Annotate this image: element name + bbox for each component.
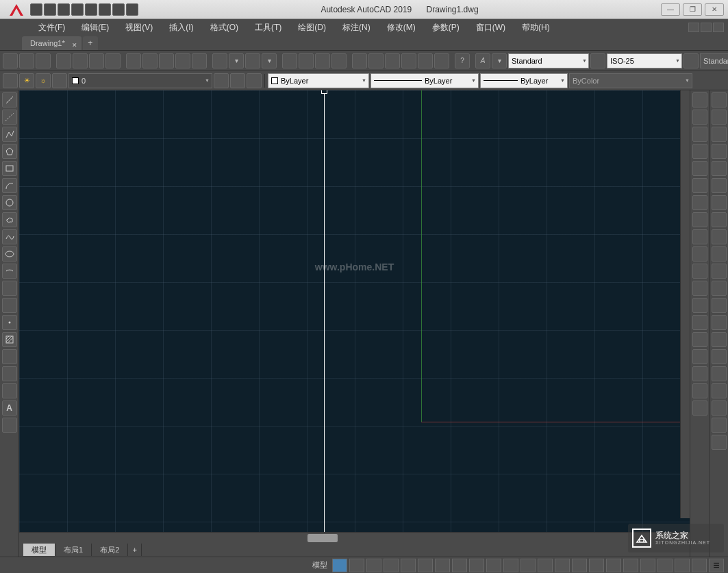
break-icon[interactable]: [692, 315, 707, 330]
ellipse-icon[interactable]: [2, 246, 17, 262]
extend-icon[interactable]: [692, 281, 707, 296]
gradient-icon[interactable]: [2, 349, 17, 364]
drawing-canvas[interactable]: www.pHome.NET: [19, 90, 690, 532]
dim-style-icon[interactable]: [712, 435, 727, 450]
revision-cloud-icon[interactable]: [2, 212, 17, 227]
menu-parametric[interactable]: 参数(P): [432, 22, 460, 34]
dim-linear-icon[interactable]: [712, 92, 727, 107]
otrack-icon[interactable]: [486, 559, 501, 572]
annotation-monitor-icon[interactable]: [640, 559, 655, 572]
qat-dropdown-icon[interactable]: [126, 3, 138, 16]
dim-update-icon[interactable]: [712, 418, 727, 433]
menu-modify[interactable]: 修改(M): [387, 22, 416, 34]
arc-icon[interactable]: [2, 178, 17, 193]
spline-icon[interactable]: [2, 229, 17, 244]
markup-icon[interactable]: [401, 53, 416, 68]
tolerance-icon[interactable]: [712, 315, 727, 330]
line-icon[interactable]: [2, 92, 17, 107]
dyn-icon[interactable]: [520, 559, 536, 572]
doc-tab-close-icon[interactable]: ✕: [72, 38, 77, 52]
table-style-box[interactable]: Standard: [700, 53, 728, 68]
workspace-icon[interactable]: [623, 559, 638, 572]
model-space-label[interactable]: 模型: [310, 560, 330, 570]
table-icon[interactable]: [2, 383, 17, 398]
mtext-icon[interactable]: A: [2, 400, 17, 416]
dim-baseline-icon[interactable]: [712, 246, 727, 262]
sheet-icon[interactable]: [368, 53, 384, 68]
ellipse-arc-icon[interactable]: [2, 264, 17, 279]
polygon-icon[interactable]: [2, 144, 17, 159]
layer-iso-icon[interactable]: [230, 73, 245, 88]
menu-dimension[interactable]: 标注(N): [342, 22, 371, 34]
jogged-lin-icon[interactable]: [712, 366, 727, 381]
center-mark-icon[interactable]: [712, 332, 727, 347]
qat-undo-icon[interactable]: [99, 3, 111, 16]
layer-uniso-icon[interactable]: [247, 73, 262, 88]
layout-tab-new-button[interactable]: +: [128, 544, 142, 556]
freeze-icon[interactable]: ☼: [36, 73, 51, 88]
ortho-icon[interactable]: [401, 559, 416, 572]
join-icon[interactable]: [692, 332, 707, 347]
dim-tedit-icon[interactable]: [712, 400, 727, 416]
lwt-icon[interactable]: [538, 559, 553, 572]
break-point-icon[interactable]: [692, 298, 707, 313]
qat-save-icon[interactable]: [58, 3, 70, 16]
layout-tab-2[interactable]: 布局2: [92, 544, 128, 556]
grid-toggle-icon[interactable]: [332, 559, 347, 572]
mdi-restore-button[interactable]: [701, 23, 712, 32]
polar-icon[interactable]: [418, 559, 433, 572]
table-style-icon[interactable]: [683, 53, 699, 68]
copy-obj-icon[interactable]: [692, 127, 707, 142]
menu-edit[interactable]: 编辑(E): [81, 22, 109, 34]
menu-format[interactable]: 格式(O): [210, 22, 238, 34]
zoom-icon[interactable]: [299, 53, 314, 68]
lineweight-dropdown[interactable]: ByLayer: [480, 73, 568, 88]
dim-style-dropdown[interactable]: ISO-25: [607, 53, 682, 68]
menu-window[interactable]: 窗口(W): [476, 22, 505, 34]
array-icon[interactable]: [692, 178, 707, 193]
iso-draft-icon[interactable]: [435, 559, 450, 572]
scale-icon[interactable]: [692, 229, 707, 244]
transparency-icon[interactable]: [555, 559, 570, 572]
copy-icon[interactable]: [142, 53, 158, 68]
measure-icon[interactable]: [434, 53, 449, 68]
add-selected-icon[interactable]: [2, 418, 17, 433]
zoom-win-icon[interactable]: [331, 53, 347, 68]
infer-icon[interactable]: [366, 559, 381, 572]
point-icon[interactable]: [2, 315, 17, 330]
dim-arc-icon[interactable]: [712, 127, 727, 142]
dim-angular-icon[interactable]: [712, 212, 727, 227]
save-icon[interactable]: [36, 53, 51, 68]
dim-aligned-icon[interactable]: [712, 110, 727, 125]
menu-insert[interactable]: 插入(I): [169, 22, 193, 34]
dim-ordinate-icon[interactable]: [712, 144, 727, 159]
layer-prev-icon[interactable]: [214, 73, 229, 88]
mdi-close-button[interactable]: [713, 23, 724, 32]
isolate-icon[interactable]: [675, 559, 690, 572]
bulb-icon[interactable]: ☀: [19, 73, 34, 88]
dimstyle-icon[interactable]: [590, 53, 605, 68]
units-icon[interactable]: [589, 559, 604, 572]
plot-preview-icon[interactable]: [73, 53, 88, 68]
menu-file[interactable]: 文件(F): [38, 22, 65, 34]
linetype-dropdown[interactable]: ByLayer: [371, 73, 479, 88]
palette-icon[interactable]: [385, 53, 400, 68]
match-icon[interactable]: [175, 53, 190, 68]
layout-tab-1[interactable]: 布局1: [55, 544, 92, 556]
minimize-button[interactable]: —: [661, 3, 680, 16]
qnew-icon[interactable]: [3, 53, 18, 68]
dim-jogged-icon[interactable]: [712, 178, 727, 193]
stretch-icon[interactable]: [692, 246, 707, 262]
mirror-icon[interactable]: [692, 144, 707, 159]
maximize-button[interactable]: ❐: [683, 3, 702, 16]
doc-tab-active[interactable]: Drawing1* ✕: [22, 36, 81, 50]
move-icon[interactable]: [692, 195, 707, 210]
select-icon[interactable]: [692, 92, 707, 107]
draworder-icon[interactable]: [692, 400, 707, 416]
rectangle-icon[interactable]: [2, 161, 17, 176]
hscroll-thumb[interactable]: [307, 534, 338, 542]
qat-redo-icon[interactable]: [112, 3, 125, 16]
help-icon[interactable]: ?: [455, 53, 470, 68]
undo-dd-icon[interactable]: ▾: [229, 53, 244, 68]
dim-break-icon[interactable]: [712, 298, 727, 313]
